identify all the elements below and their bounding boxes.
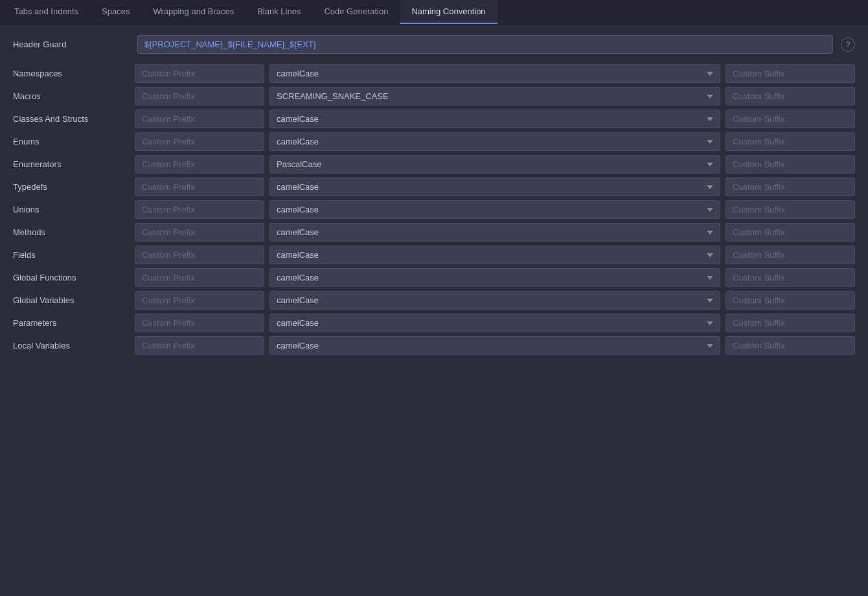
suffix-input-9[interactable]: [725, 268, 855, 287]
case-select-5[interactable]: camelCasePascalCasesnake_caseSCREAMING_S…: [269, 178, 720, 196]
prefix-input-1[interactable]: [135, 87, 264, 106]
suffix-input-7[interactable]: [725, 223, 855, 242]
row-label-parameters: Parameters: [13, 318, 130, 328]
tab-naming-convention[interactable]: Naming Convention: [400, 0, 497, 24]
suffix-input-6[interactable]: [725, 200, 855, 219]
tabs-bar: Tabs and IndentsSpacesWrapping and Brace…: [0, 0, 868, 25]
case-select-0[interactable]: camelCasePascalCasesnake_caseSCREAMING_S…: [269, 64, 720, 83]
convention-row: EnumeratorscamelCasePascalCasesnake_case…: [13, 155, 855, 174]
prefix-input-12[interactable]: [135, 336, 264, 355]
convention-rows-container: NamespacescamelCasePascalCasesnake_caseS…: [13, 64, 855, 355]
convention-row: FieldscamelCasePascalCasesnake_caseSCREA…: [13, 246, 855, 264]
convention-row: MacroscamelCasePascalCasesnake_caseSCREA…: [13, 87, 855, 106]
convention-row: EnumscamelCasePascalCasesnake_caseSCREAM…: [13, 132, 855, 151]
convention-row: TypedefscamelCasePascalCasesnake_caseSCR…: [13, 178, 855, 196]
suffix-input-0[interactable]: [725, 64, 855, 83]
row-label-fields: Fields: [13, 250, 130, 260]
help-button[interactable]: ?: [841, 38, 855, 52]
case-select-10[interactable]: camelCasePascalCasesnake_caseSCREAMING_S…: [269, 291, 720, 310]
header-guard-label: Header Guard: [13, 40, 130, 49]
prefix-input-5[interactable]: [135, 178, 264, 196]
prefix-input-3[interactable]: [135, 132, 264, 151]
row-label-macros: Macros: [13, 91, 130, 101]
row-label-methods: Methods: [13, 227, 130, 237]
prefix-input-2[interactable]: [135, 109, 264, 128]
suffix-input-4[interactable]: [725, 155, 855, 174]
suffix-input-8[interactable]: [725, 246, 855, 264]
convention-row: ParameterscamelCasePascalCasesnake_caseS…: [13, 314, 855, 332]
convention-row: NamespacescamelCasePascalCasesnake_caseS…: [13, 64, 855, 83]
prefix-input-6[interactable]: [135, 200, 264, 219]
header-guard-row: Header Guard ?: [13, 35, 855, 54]
suffix-input-3[interactable]: [725, 132, 855, 151]
convention-row: Global VariablescamelCasePascalCasesnake…: [13, 291, 855, 310]
row-label-global-functions: Global Functions: [13, 273, 130, 282]
tab-wrapping-braces[interactable]: Wrapping and Braces: [141, 0, 246, 24]
case-select-11[interactable]: camelCasePascalCasesnake_caseSCREAMING_S…: [269, 314, 720, 332]
case-select-3[interactable]: camelCasePascalCasesnake_caseSCREAMING_S…: [269, 132, 720, 151]
case-select-4[interactable]: camelCasePascalCasesnake_caseSCREAMING_S…: [269, 155, 720, 174]
convention-row: MethodscamelCasePascalCasesnake_caseSCRE…: [13, 223, 855, 242]
tab-blank-lines[interactable]: Blank Lines: [246, 0, 312, 24]
suffix-input-12[interactable]: [725, 336, 855, 355]
suffix-input-11[interactable]: [725, 314, 855, 332]
case-select-7[interactable]: camelCasePascalCasesnake_caseSCREAMING_S…: [269, 223, 720, 242]
suffix-input-5[interactable]: [725, 178, 855, 196]
tab-code-generation[interactable]: Code Generation: [312, 0, 400, 24]
row-label-enumerators: Enumerators: [13, 159, 130, 169]
case-select-9[interactable]: camelCasePascalCasesnake_caseSCREAMING_S…: [269, 268, 720, 287]
case-select-8[interactable]: camelCasePascalCasesnake_caseSCREAMING_S…: [269, 246, 720, 264]
prefix-input-7[interactable]: [135, 223, 264, 242]
tab-spaces[interactable]: Spaces: [90, 0, 141, 24]
convention-row: Global FunctionscamelCasePascalCasesnake…: [13, 268, 855, 287]
prefix-input-9[interactable]: [135, 268, 264, 287]
prefix-input-8[interactable]: [135, 246, 264, 264]
row-label-global-variables: Global Variables: [13, 295, 130, 305]
convention-row: UnionscamelCasePascalCasesnake_caseSCREA…: [13, 200, 855, 219]
row-label-classes-and-structs: Classes And Structs: [13, 114, 130, 124]
case-select-6[interactable]: camelCasePascalCasesnake_caseSCREAMING_S…: [269, 200, 720, 219]
prefix-input-0[interactable]: [135, 64, 264, 83]
case-select-2[interactable]: camelCasePascalCasesnake_caseSCREAMING_S…: [269, 109, 720, 128]
row-label-local-variables: Local Variables: [13, 341, 130, 350]
tab-tabs-indents[interactable]: Tabs and Indents: [3, 0, 90, 24]
row-label-unions: Unions: [13, 205, 130, 214]
content: Header Guard ? NamespacescamelCasePascal…: [0, 25, 868, 369]
suffix-input-1[interactable]: [725, 87, 855, 106]
prefix-input-11[interactable]: [135, 314, 264, 332]
prefix-input-4[interactable]: [135, 155, 264, 174]
convention-row: Classes And StructscamelCasePascalCasesn…: [13, 109, 855, 128]
suffix-input-2[interactable]: [725, 109, 855, 128]
header-guard-input[interactable]: [137, 35, 833, 54]
row-label-namespaces: Namespaces: [13, 69, 130, 78]
row-label-typedefs: Typedefs: [13, 182, 130, 192]
row-label-enums: Enums: [13, 137, 130, 146]
convention-row: Local VariablescamelCasePascalCasesnake_…: [13, 336, 855, 355]
case-select-12[interactable]: camelCasePascalCasesnake_caseSCREAMING_S…: [269, 336, 720, 355]
suffix-input-10[interactable]: [725, 291, 855, 310]
case-select-1[interactable]: camelCasePascalCasesnake_caseSCREAMING_S…: [269, 87, 720, 106]
prefix-input-10[interactable]: [135, 291, 264, 310]
